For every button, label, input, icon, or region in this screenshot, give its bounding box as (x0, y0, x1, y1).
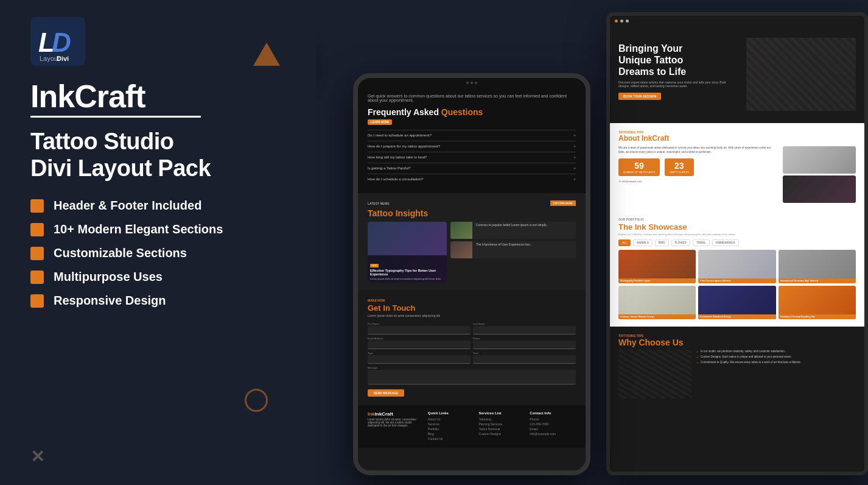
desktop-hero-title: Bringing Your Unique Tattoo Dreams to Li… (618, 43, 716, 78)
deco-circle (245, 389, 268, 412)
send-button[interactable]: SEND MESSAGE (368, 389, 404, 397)
firstname-field[interactable] (368, 326, 471, 335)
logo-svg: L D Layout Divi (33, 20, 82, 63)
footer-link-3: Portfolio (428, 427, 474, 431)
desktop-why: TATTOOING TIPS Why Choose Us ✓ In our st… (610, 327, 864, 406)
why-point-2: ✓ Custom Designs: Each tattoo is unique … (696, 355, 856, 359)
footer-quicklinks: Quick Links About Us Services Portfolio … (428, 411, 474, 442)
desktop-hero-btn[interactable]: BOOK YOUR SESSION (618, 93, 661, 100)
form-row-3: Type Time (368, 352, 576, 364)
filter-all[interactable]: ALL (618, 239, 631, 246)
about-title: About InkCraft (618, 134, 856, 143)
lastname-field[interactable] (473, 326, 576, 335)
desktop-hero-subtitle: Discover expert tattoo artistry that cap… (618, 80, 728, 88)
portfolio-item-1-label: Photography Portfolio Layout (618, 278, 696, 283)
right-panel: Version 1.0 Get quick answers to common … (317, 0, 868, 485)
portfolio-grid: Photography Portfolio Layout Print-Passi… (618, 250, 856, 319)
logo-box: L D Layout Divi (30, 17, 85, 66)
news-small-1: Contrary to popular belief Lorem ipsum i… (450, 222, 576, 239)
logo-area: L D Layout Divi (30, 17, 85, 66)
portfolio-item-6-label: Freelancer Personal Branding Site (779, 314, 856, 319)
about-stats: 59 NUMBER OF TATTOO ARTS 23 HAPPY CLIENT… (618, 158, 778, 176)
news-card-main: NEW Effective Typography Tips for Better… (368, 222, 447, 283)
about-images (783, 146, 856, 203)
feature-icon-5 (30, 294, 44, 308)
tablet-dot-3 (475, 82, 477, 84)
message-field[interactable] (368, 370, 576, 384)
subtitle-line1: Tattoo Studio (30, 129, 211, 155)
feature-item-4: Multipurpose Uses (30, 270, 223, 284)
form-group-time: Time (473, 352, 576, 364)
news-small-2: The Importance of User Experience has... (450, 241, 576, 258)
footer-contact: Contact Info Phone: 123-456-7890 Email: … (530, 411, 576, 442)
tablet-dot-1 (466, 82, 469, 84)
faq-item-5: How do I schedule a consultation? + (368, 174, 576, 185)
faq-item-4-text: Is getting a Tattoo Painful? (368, 166, 411, 171)
footer-link-5: Contact Us (428, 437, 474, 441)
feature-item-3: Customizable Sections (30, 246, 223, 260)
window-dot-red (615, 19, 618, 23)
footer-contact-4: info@example.com (530, 432, 576, 436)
why-point-1: ✓ In our studio, we prioritize creativit… (696, 350, 856, 353)
stat-tattoos-label: NUMBER OF TATTOO ARTS (623, 171, 655, 174)
feature-label-1: Header & Footer Included (54, 199, 201, 213)
feature-item-1: Header & Footer Included (30, 199, 223, 213)
why-points: ✓ In our studio, we prioritize creativit… (696, 350, 856, 398)
filter-bird[interactable]: BIRD (655, 239, 669, 246)
footer-services: Services List Tattooing Piercing Service… (479, 411, 525, 442)
contact-label: MAKE NOW (368, 299, 576, 302)
filter-flower[interactable]: FLOWER (671, 239, 690, 246)
type-field[interactable] (368, 355, 471, 364)
form-row-1: First Name Last Name (368, 322, 576, 335)
feature-label-4: Multipurpose Uses (54, 270, 163, 284)
portfolio-item-2: Print-Passion Agency Website (698, 250, 775, 283)
why-content: ✓ In our studio, we prioritize creativit… (618, 350, 856, 398)
filter-animals[interactable]: ANIMALS (633, 239, 653, 246)
time-field[interactable] (473, 355, 576, 364)
desktop-portfolio: OUR PORTFOLIO The Ink Showcase Explore o… (610, 210, 864, 327)
portfolio-subtitle: Explore our collection of unique and stu… (618, 233, 856, 236)
email-field[interactable] (368, 341, 471, 349)
contact-title: Get In Touch (368, 303, 576, 313)
faq-item-1-text: Do I need to schedule an appointment? (368, 133, 432, 138)
footer-contact-3: Email: (530, 427, 576, 431)
desktop-hero-image (746, 38, 856, 111)
footer-contact-title: Contact Info (530, 411, 576, 415)
news-main-text: Effective Typography Tips for Better Use… (370, 269, 444, 276)
footer-link-2: Services (428, 422, 474, 426)
form-group-email: Email Address (368, 337, 471, 349)
time-label: Time (473, 352, 576, 355)
tablet-dots (466, 82, 477, 84)
form-group-message: Message (368, 366, 576, 384)
why-title: Why Choose Us (618, 338, 856, 347)
feature-item-2: 10+ Modern Elegant Sections (30, 222, 223, 236)
feature-icon-3 (30, 247, 44, 260)
phone-label: Phone (473, 337, 576, 340)
why-image (618, 350, 691, 398)
tablet-news-section: LATEST NEWS EXPLORE MORE Tattoo Insights… (358, 193, 586, 290)
feature-item-5: Responsive Design (30, 294, 223, 308)
portfolio-item-1: Photography Portfolio Layout (618, 250, 696, 283)
faq-item-4: Is getting a Tattoo Painful? + (368, 163, 576, 174)
filter-tribal[interactable]: TRIBAL (693, 239, 710, 246)
portfolio-item-6: Freelancer Personal Branding Site (779, 286, 856, 319)
deco-x: ✕ (30, 447, 44, 467)
news-grid: NEW Effective Typography Tips for Better… (368, 222, 576, 283)
desktop-about: TATTOOING TIPS About InkCraft We are a t… (610, 123, 864, 210)
tablet-dot-2 (471, 82, 473, 84)
svg-text:D: D (52, 27, 71, 57)
portfolio-title: The Ink Showcase (618, 222, 856, 232)
form-group-type: Type (368, 352, 471, 364)
footer-service-4: Custom Designs (479, 432, 525, 436)
footer-contact-2: 123-456-7890 (530, 422, 576, 426)
subtitle-line2: Divi Layout Pack (30, 155, 211, 182)
filter-anime[interactable]: ANIME/MANGA (712, 239, 739, 246)
footer-service-2: Piercing Services (479, 422, 525, 426)
news-cards-small: Contrary to popular belief Lorem ipsum i… (450, 222, 576, 283)
svg-text:Divi: Divi (57, 55, 69, 62)
feature-icon-1 (30, 199, 44, 213)
phone-field[interactable] (473, 341, 576, 349)
news-title: Tattoo Insights (368, 208, 576, 218)
portfolio-filters: ALL ANIMALS BIRD FLOWER TRIBAL ANIME/MAN… (618, 239, 856, 246)
portfolio-label: OUR PORTFOLIO (618, 218, 856, 221)
